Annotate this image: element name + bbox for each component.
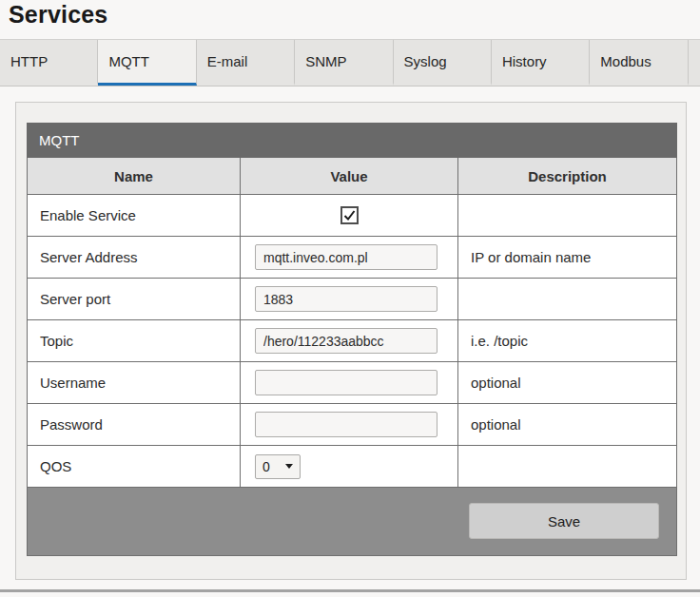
server-port-input[interactable] <box>255 286 438 312</box>
tab-modbus[interactable]: Modbus <box>590 40 688 86</box>
table-footer: Save <box>28 488 677 556</box>
table-header-row: Name Value Description <box>28 158 677 195</box>
tab-label: E-mail <box>207 53 248 69</box>
tab-syslog[interactable]: Syslog <box>394 40 492 86</box>
row-description: i.e. /topic <box>458 320 677 362</box>
qos-select[interactable]: 0 <box>255 454 301 479</box>
table-row: Server Address IP or domain name <box>28 237 677 279</box>
row-name: Server port <box>28 279 241 320</box>
section-title-bar: MQTT <box>28 124 677 158</box>
save-button[interactable]: Save <box>469 503 659 539</box>
services-tabbar: HTTP MQTT E-mail SNMP Syslog History Mod… <box>0 39 700 87</box>
tab-label: SNMP <box>305 53 346 69</box>
table-row: Username optional <box>28 362 677 404</box>
row-description: optional <box>458 404 677 446</box>
tab-email[interactable]: E-mail <box>197 40 295 86</box>
content-panel: MQTT Name Value Description Enable Servi… <box>15 102 687 580</box>
tab-label: Modbus <box>600 53 651 69</box>
password-input[interactable] <box>255 412 438 437</box>
row-name: Topic <box>28 320 241 362</box>
tab-snmp[interactable]: SNMP <box>295 40 393 86</box>
row-name: Server Address <box>28 237 241 279</box>
row-description: optional <box>458 362 677 404</box>
tab-history[interactable]: History <box>492 40 590 86</box>
column-header-description: Description <box>458 158 677 195</box>
mqtt-settings-table: MQTT Name Value Description Enable Servi… <box>27 123 677 556</box>
page-title: Services <box>9 1 107 29</box>
row-name: QOS <box>28 446 241 488</box>
table-row: Enable Service <box>28 195 677 237</box>
column-header-value: Value <box>241 158 458 195</box>
row-description <box>458 446 677 488</box>
row-name: Username <box>28 362 241 404</box>
row-name: Password <box>28 404 241 446</box>
section-title: MQTT <box>28 124 677 158</box>
tab-label: Syslog <box>404 53 447 69</box>
services-page: Services HTTP MQTT E-mail SNMP Syslog Hi… <box>0 0 700 597</box>
column-header-name: Name <box>28 158 241 195</box>
table-row: Server port <box>28 279 677 320</box>
row-description <box>458 195 677 237</box>
footer-divider <box>0 589 700 592</box>
tab-http[interactable]: HTTP <box>0 40 98 86</box>
username-input[interactable] <box>255 370 438 395</box>
row-name: Enable Service <box>28 195 241 237</box>
row-description <box>458 279 677 320</box>
table-row: Password optional <box>28 404 677 446</box>
table-row: QOS 0 <box>28 446 677 488</box>
table-row: Topic i.e. /topic <box>28 320 677 362</box>
chevron-down-icon <box>285 464 293 469</box>
row-description: IP or domain name <box>458 237 677 279</box>
tab-label: MQTT <box>108 53 149 69</box>
topic-input[interactable] <box>255 328 438 354</box>
server-address-input[interactable] <box>255 244 438 270</box>
tab-mqtt[interactable]: MQTT <box>98 40 196 86</box>
check-icon <box>342 208 357 222</box>
tab-label: HTTP <box>10 53 48 69</box>
tab-label: History <box>502 53 547 69</box>
enable-service-checkbox[interactable] <box>340 206 359 224</box>
qos-select-value: 0 <box>262 459 270 474</box>
